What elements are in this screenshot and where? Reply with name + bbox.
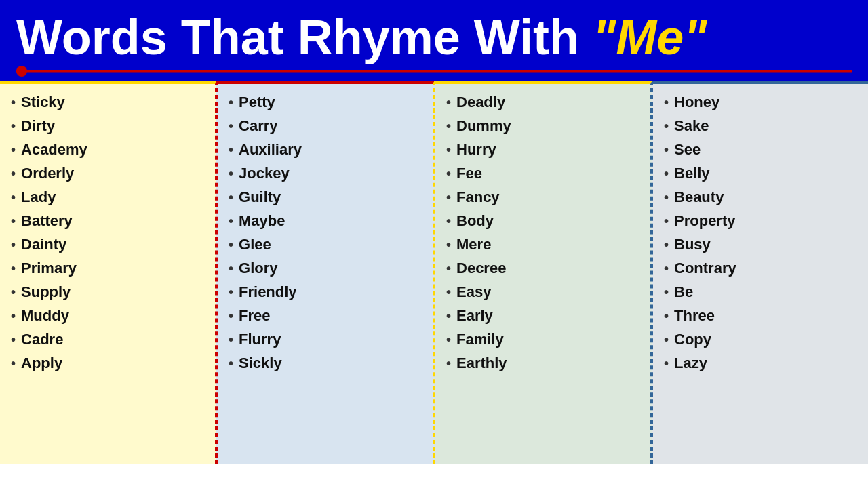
list-item: Cadre bbox=[11, 328, 204, 352]
list-item: Guilty bbox=[229, 186, 422, 209]
list-item: Dirty bbox=[11, 115, 204, 138]
list-item: Maybe bbox=[229, 209, 422, 233]
list-item: Lazy bbox=[664, 352, 857, 375]
list-item: Supply bbox=[11, 281, 204, 304]
page-title: Words That Rhyme With "Me" bbox=[16, 12, 852, 64]
list-item: Body bbox=[446, 209, 639, 233]
list-item: Flurry bbox=[229, 328, 422, 352]
list-item: See bbox=[664, 138, 857, 162]
list-item: Carry bbox=[229, 115, 422, 138]
list-item: Sticky bbox=[11, 91, 204, 115]
list-item: Glory bbox=[229, 257, 422, 281]
word-list-3: DeadlyDummyHurryFeeFancyBodyMereDecreeEa… bbox=[446, 91, 639, 375]
list-item: Free bbox=[229, 304, 422, 328]
list-item: Lady bbox=[11, 186, 204, 209]
list-item: Early bbox=[446, 304, 639, 328]
list-item: Hurry bbox=[446, 138, 639, 162]
list-item: Three bbox=[664, 304, 857, 328]
list-item: Jockey bbox=[229, 162, 422, 186]
list-item: Fancy bbox=[446, 186, 639, 209]
title-highlight: "Me" bbox=[593, 10, 707, 64]
list-item: Honey bbox=[664, 91, 857, 115]
word-list-2: PettyCarryAuxiliaryJockeyGuiltyMaybeGlee… bbox=[229, 91, 422, 375]
word-column-4: HoneySakeSeeBellyBeautyPropertyBusyContr… bbox=[652, 81, 868, 464]
list-item: Family bbox=[446, 328, 639, 352]
list-item: Fee bbox=[446, 162, 639, 186]
list-item: Earthly bbox=[446, 352, 639, 375]
word-list-4: HoneySakeSeeBellyBeautyPropertyBusyContr… bbox=[664, 91, 857, 375]
list-item: Apply bbox=[11, 352, 204, 375]
list-item: Property bbox=[664, 209, 857, 233]
list-item: Sake bbox=[664, 115, 857, 138]
list-item: Primary bbox=[11, 257, 204, 281]
title-plain: Words That Rhyme With bbox=[16, 10, 593, 64]
word-column-3: DeadlyDummyHurryFeeFancyBodyMereDecreeEa… bbox=[434, 81, 652, 464]
list-item: Easy bbox=[446, 281, 639, 304]
list-item: Academy bbox=[11, 138, 204, 162]
underline-line bbox=[16, 70, 852, 72]
list-item: Auxiliary bbox=[229, 138, 422, 162]
list-item: Petty bbox=[229, 91, 422, 115]
list-item: Battery bbox=[11, 209, 204, 233]
list-item: Glee bbox=[229, 233, 422, 257]
word-columns: StickyDirtyAcademyOrderlyLadyBatteryDain… bbox=[0, 81, 868, 464]
page-header: Words That Rhyme With "Me" bbox=[0, 0, 868, 81]
list-item: Orderly bbox=[11, 162, 204, 186]
list-item: Contrary bbox=[664, 257, 857, 281]
title-underline bbox=[16, 68, 852, 75]
list-item: Belly bbox=[664, 162, 857, 186]
word-column-2: PettyCarryAuxiliaryJockeyGuiltyMaybeGlee… bbox=[216, 81, 434, 464]
word-list-1: StickyDirtyAcademyOrderlyLadyBatteryDain… bbox=[11, 91, 204, 375]
list-item: Deadly bbox=[446, 91, 639, 115]
list-item: Dainty bbox=[11, 233, 204, 257]
list-item: Be bbox=[664, 281, 857, 304]
list-item: Dummy bbox=[446, 115, 639, 138]
list-item: Beauty bbox=[664, 186, 857, 209]
list-item: Decree bbox=[446, 257, 639, 281]
list-item: Copy bbox=[664, 328, 857, 352]
list-item: Friendly bbox=[229, 281, 422, 304]
list-item: Mere bbox=[446, 233, 639, 257]
list-item: Busy bbox=[664, 233, 857, 257]
word-column-1: StickyDirtyAcademyOrderlyLadyBatteryDain… bbox=[0, 81, 216, 464]
list-item: Muddy bbox=[11, 304, 204, 328]
list-item: Sickly bbox=[229, 352, 422, 375]
